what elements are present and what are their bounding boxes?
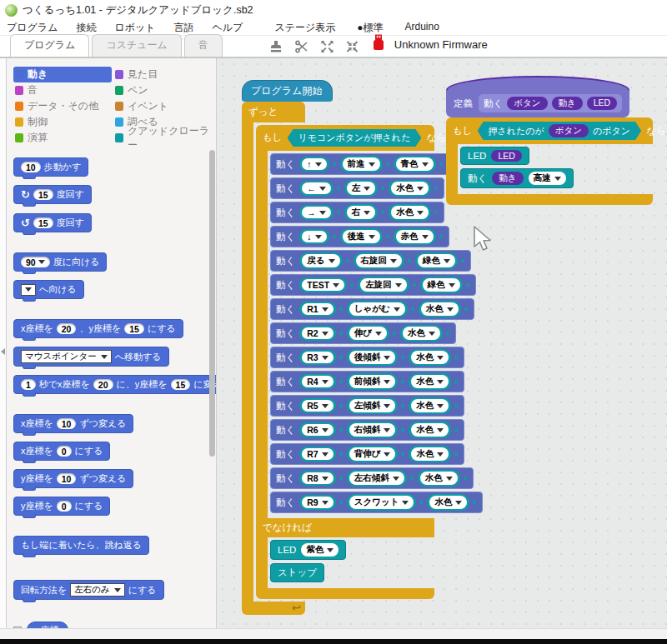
reporter-checkbox[interactable] [13, 627, 22, 629]
menu-item[interactable]: ヘルプ [213, 21, 243, 35]
move-block[interactable]: 動く←左水色 [270, 177, 444, 199]
led-block-2[interactable]: LED LED [460, 147, 529, 165]
dropdown-oval[interactable]: R1 [302, 303, 333, 315]
dropdown-oval[interactable]: R8 [302, 472, 333, 484]
palette-block-change-x[interactable]: x座標を10ずつ変える [13, 414, 133, 433]
menu-item[interactable]: 言語 [174, 21, 194, 35]
number-input[interactable]: 20 [93, 379, 113, 390]
dropdown-oval[interactable]: 伸び [349, 327, 387, 340]
dropdown-oval[interactable]: 右旋回 [356, 254, 403, 267]
move-block[interactable]: 動くR3後傾斜水色 [270, 347, 464, 368]
dropdown-oval[interactable]: 水色 [391, 182, 429, 195]
palette-category[interactable]: データ・その他 [13, 98, 112, 114]
move-block[interactable]: 動くR8左右傾斜水色 [270, 467, 474, 489]
palette-block-set-x[interactable]: x座標を0にする [13, 442, 110, 461]
menu-item[interactable]: ステージ表示 [274, 21, 335, 35]
menu-item[interactable]: ●標準 [357, 21, 383, 35]
forever-label[interactable]: ずっと [242, 102, 305, 122]
dropdown-oval[interactable]: 前傾斜 [349, 375, 396, 388]
number-input[interactable]: 0 [57, 501, 72, 512]
remote-button-condition-block[interactable]: リモコンボタンが押された [288, 129, 422, 147]
dropdown-oval[interactable]: TEST [302, 279, 344, 291]
number-input[interactable]: 15 [33, 217, 53, 228]
move-block-2[interactable]: 動く 動き 高速 [460, 168, 574, 188]
dropdown-oval[interactable]: 右傾斜 [349, 423, 396, 437]
palette-block-glide-to-xy[interactable]: 1秒でx座標を20に、y座標を15に変える [13, 375, 217, 394]
dropdown-oval[interactable]: ↓ [302, 231, 326, 242]
dropdown-oval[interactable]: → [302, 207, 331, 218]
palette-block-point-towards[interactable]: へ向ける [13, 280, 84, 299]
scripts-canvas[interactable]: プログラム開始 ずっと もし リモコンボタンが押された なら [217, 58, 667, 628]
param-led[interactable]: LED [491, 150, 521, 162]
palette-category[interactable]: ペン [113, 82, 210, 98]
dropdown-oval[interactable]: R2 [302, 327, 333, 339]
palette-category[interactable]: クアッドクローラー [113, 130, 210, 146]
number-input[interactable]: 15 [33, 189, 53, 200]
dropdown-rect[interactable]: マウスポインター [21, 350, 112, 363]
dropdown-oval[interactable]: 水色 [420, 472, 458, 485]
dropdown-oval[interactable]: 左旋回 [360, 278, 407, 292]
grow-icon[interactable] [320, 40, 334, 53]
dropdown-oval[interactable]: 90 [21, 257, 50, 267]
custom-block-prototype[interactable]: 動く ボタン動きLED [479, 94, 622, 112]
dropdown-oval[interactable]: 赤色 [396, 230, 434, 243]
if-else-block[interactable]: もし リモコンボタンが押された なら 動く↑前進青色動く←左水色動く→右水色動く… [256, 125, 434, 599]
dropdown-oval[interactable]: しゃがむ [349, 302, 405, 316]
palette-block-set-rotation-style[interactable]: 回転方法を左右のみにする [13, 580, 164, 600]
speed-dropdown[interactable]: 高速 [529, 172, 566, 185]
collapse-left-icon[interactable] [1, 348, 5, 355]
palette-category[interactable]: 音 [13, 82, 112, 98]
dropdown-oval[interactable]: 水色 [411, 375, 449, 388]
dropdown-oval[interactable]: ← [302, 182, 331, 194]
move-block[interactable]: 動く戻る右旋回緑色 [270, 250, 471, 272]
dropdown-oval[interactable]: 左 [347, 182, 376, 195]
dropdown-oval[interactable]: 水色 [411, 399, 449, 412]
define-hat-block[interactable]: 定義 動く ボタン動きLED [446, 76, 629, 117]
palette-block-bounce-on-edge[interactable]: もし端に着いたら、跳ね返る [13, 536, 149, 555]
program-start-hat-block[interactable]: プログラム開始 [242, 80, 333, 102]
number-input[interactable]: 0 [57, 446, 72, 457]
palette-block-set-y[interactable]: y座標を0にする [13, 497, 110, 516]
move-block[interactable]: 動くR6右傾斜水色 [270, 419, 464, 441]
dropdown-oval[interactable]: 水色 [391, 206, 429, 219]
dropdown-oval[interactable]: R4 [302, 376, 333, 387]
number-input[interactable]: 20 [57, 323, 77, 334]
dropdown-oval[interactable]: 後傾斜 [349, 351, 396, 364]
led-block[interactable]: LED 紫色 [270, 540, 346, 560]
dropdown-oval[interactable]: 緑色 [423, 278, 460, 292]
dropdown-oval[interactable]: 右 [347, 206, 376, 219]
number-input[interactable]: 10 [57, 418, 77, 429]
if-block-2[interactable]: もし 押されたのが ボタン のボタン なら LED [446, 117, 653, 205]
dropdown-rect[interactable]: 左右のみ [70, 583, 125, 597]
move-block[interactable]: 動くR5左傾斜水色 [270, 395, 464, 417]
tab-コスチューム[interactable]: コスチューム [92, 34, 181, 57]
palette-block-goto-target[interactable]: マウスポインターへ移動する [13, 347, 169, 367]
dropdown-oval[interactable]: 戻る [302, 254, 339, 267]
if-header[interactable]: もし リモコンボタンが押された なら [256, 125, 434, 151]
move-block[interactable]: 動くR4前傾斜水色 [270, 371, 464, 392]
dropdown-oval[interactable]: 水色 [411, 423, 449, 437]
shrink-icon[interactable] [345, 40, 359, 53]
else-bar[interactable]: でなければ [256, 518, 434, 537]
tab-音[interactable]: 音 [184, 34, 223, 57]
dropdown-oval[interactable]: R6 [302, 424, 333, 436]
dropdown-oval[interactable]: 水色 [421, 302, 459, 316]
palette-category[interactable]: 制御 [13, 114, 112, 130]
pressed-button-condition-block[interactable]: 押されたのが ボタン のボタン [478, 122, 642, 140]
forever-block[interactable]: ずっと もし リモコンボタンが押された なら [242, 102, 305, 615]
move-block[interactable]: 動くR7背伸び水色 [270, 443, 464, 465]
number-input[interactable]: 15 [171, 379, 191, 390]
dropdown-oval[interactable]: R7 [302, 448, 333, 460]
dropdown-oval[interactable]: ↑ [302, 158, 326, 170]
move-block[interactable]: 動くR1しゃがむ水色 [270, 298, 474, 320]
menu-item[interactable]: ロボット [114, 21, 155, 35]
parameter-ボタン[interactable]: ボタン [507, 97, 547, 110]
dropdown-oval[interactable]: 水色 [411, 351, 449, 364]
palette-category[interactable]: 演算 [13, 130, 112, 146]
dropdown-oval[interactable]: 左右傾斜 [349, 472, 404, 485]
scissors-icon[interactable] [294, 40, 309, 53]
dropdown-oval[interactable]: 背伸び [349, 447, 396, 461]
dropdown-oval[interactable]: 水色 [403, 327, 440, 340]
palette-category[interactable]: イベント [113, 98, 210, 114]
move-block[interactable]: 動くR9スクワット水色 [270, 492, 483, 513]
